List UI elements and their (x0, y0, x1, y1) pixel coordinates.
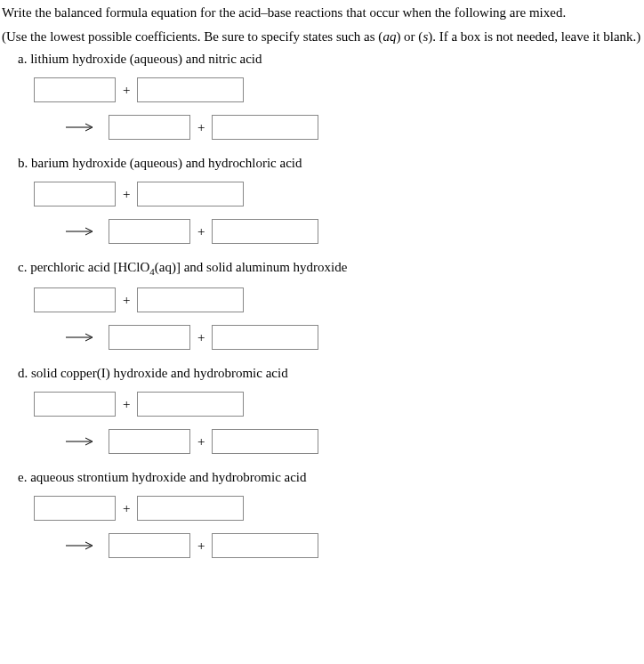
question-a: a. lithium hydroxide (aqueous) and nitri… (2, 52, 642, 140)
question-b-letter: b. (18, 156, 28, 170)
reactant-c-1[interactable] (34, 287, 116, 312)
reactants-row-a: + (34, 77, 642, 102)
inst2-post: ). If a box is not needed, leave it blan… (428, 29, 640, 44)
product-b-2[interactable] (212, 219, 318, 244)
question-c-label: c. perchloric acid [HClO4(aq)] and solid… (18, 260, 642, 277)
question-b: b. barium hydroxide (aqueous) and hydroc… (2, 156, 642, 244)
question-c-formula-state: (aq) (155, 260, 176, 274)
plus-b-1: + (123, 187, 130, 202)
instruction-line-1: Write the balanced formula equation for … (2, 4, 642, 22)
arrow-icon (66, 333, 96, 342)
arrow-icon (66, 227, 96, 236)
question-e-letter: e. (18, 470, 27, 484)
question-c-letter: c. (18, 260, 27, 274)
question-d-label: d. solid copper(I) hydroxide and hydrobr… (18, 366, 642, 381)
reactant-e-1[interactable] (34, 496, 116, 521)
question-d-text: solid copper(I) hydroxide and hydrobromi… (31, 366, 288, 380)
plus-d-2: + (197, 434, 205, 449)
question-e-text: aqueous strontium hydroxide and hydrobro… (30, 470, 306, 484)
reactants-row-b: + (34, 182, 642, 206)
reactants-row-d: + (34, 392, 642, 417)
plus-d-1: + (123, 397, 130, 412)
inst2-aq: aq (382, 29, 396, 44)
arrow-icon (66, 123, 96, 132)
reactant-b-2[interactable] (137, 182, 244, 206)
question-c: c. perchloric acid [HClO4(aq)] and solid… (2, 260, 642, 350)
question-e-label: e. aqueous strontium hydroxide and hydro… (18, 470, 642, 485)
arrow-icon (66, 541, 96, 550)
products-row-b: + (66, 219, 642, 244)
plus-c-2: + (197, 330, 205, 345)
products-row-e: + (66, 533, 642, 558)
plus-e-2: + (197, 538, 205, 554)
product-d-2[interactable] (212, 429, 318, 454)
products-row-a: + (66, 115, 642, 140)
product-b-1[interactable] (109, 219, 190, 244)
inst2-mid: ) or ( (396, 29, 423, 44)
plus-a-1: + (123, 83, 130, 98)
products-row-d: + (66, 429, 642, 454)
product-a-1[interactable] (109, 115, 190, 140)
question-d-letter: d. (18, 366, 28, 380)
reactant-d-1[interactable] (34, 392, 116, 417)
product-c-1[interactable] (109, 325, 190, 350)
reactant-c-2[interactable] (137, 287, 244, 312)
reactants-row-e: + (34, 496, 642, 521)
product-e-1[interactable] (109, 533, 190, 558)
reactant-e-2[interactable] (137, 496, 244, 521)
question-a-text: lithium hydroxide (aqueous) and nitric a… (30, 52, 262, 66)
question-a-letter: a. (18, 52, 27, 66)
products-row-c: + (66, 325, 642, 350)
plus-b-2: + (197, 224, 205, 239)
product-a-2[interactable] (212, 115, 318, 140)
plus-c-1: + (123, 293, 130, 308)
plus-e-1: + (123, 501, 130, 516)
reactant-d-2[interactable] (137, 392, 244, 417)
inst2-pre: (Use the lowest possible coefficients. B… (2, 29, 382, 44)
arrow-icon (66, 437, 96, 446)
question-a-label: a. lithium hydroxide (aqueous) and nitri… (18, 52, 642, 67)
question-b-label: b. barium hydroxide (aqueous) and hydroc… (18, 156, 642, 171)
question-c-suffix: and solid aluminum hydroxide (181, 260, 347, 274)
product-d-1[interactable] (109, 429, 190, 454)
question-d: d. solid copper(I) hydroxide and hydrobr… (2, 366, 642, 454)
instruction-line-2: (Use the lowest possible coefficients. B… (2, 28, 642, 46)
plus-a-2: + (197, 120, 205, 135)
question-c-formula-h: HClO (117, 260, 149, 274)
product-e-2[interactable] (212, 533, 318, 558)
reactant-a-1[interactable] (34, 77, 116, 102)
reactants-row-c: + (34, 287, 642, 312)
reactant-b-1[interactable] (34, 182, 116, 206)
question-b-text: barium hydroxide (aqueous) and hydrochlo… (31, 156, 302, 170)
question-e: e. aqueous strontium hydroxide and hydro… (2, 470, 642, 558)
question-c-prefix: perchloric acid (30, 260, 113, 274)
reactant-a-2[interactable] (137, 77, 244, 102)
product-c-2[interactable] (212, 325, 318, 350)
